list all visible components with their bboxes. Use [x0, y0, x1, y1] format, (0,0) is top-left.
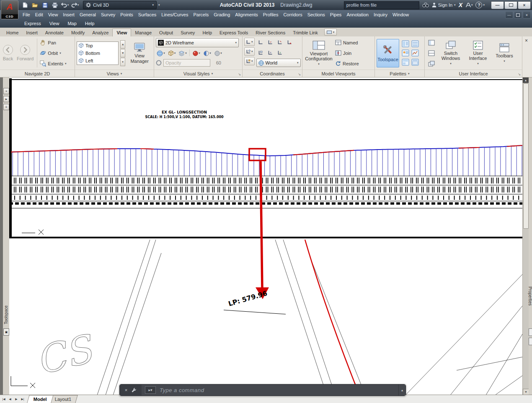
scroll-down-button[interactable]: ▼ — [523, 389, 529, 395]
menu-item[interactable]: Corridors — [281, 12, 305, 17]
restore-viewports-button[interactable]: Restore — [335, 59, 359, 68]
drawing-canvas[interactable]: EX GL- LONGSECTIONSCALE: H 1:500,V 1:100… — [9, 77, 523, 395]
menu-item[interactable]: Inquiry — [371, 12, 390, 17]
ucs-rotate-button[interactable] — [276, 38, 284, 47]
visual-style-dropdown[interactable]: 2D Wireframe ▾ — [156, 38, 239, 47]
menu-item[interactable]: View — [45, 21, 64, 26]
menu-item[interactable]: Map — [63, 21, 80, 26]
layers-style-button[interactable]: ▾ — [178, 49, 188, 58]
ucs-world-combo-button[interactable]: ▾ — [244, 47, 255, 56]
binoculars-icon[interactable] — [422, 3, 429, 8]
toolspace-anchor-icon[interactable]: ▣ — [3, 328, 9, 336]
forward-button[interactable]: Forward — [16, 44, 34, 62]
menu-item[interactable]: Profiles — [261, 12, 281, 17]
menu-item[interactable]: Points — [118, 12, 136, 17]
command-input[interactable]: ▸▾ Type a command — [142, 385, 398, 395]
menu-item[interactable]: Insert — [60, 12, 77, 17]
extents-button[interactable]: Extents▾ — [40, 59, 66, 68]
palette-button[interactable] — [411, 40, 419, 48]
viewport-configuration-button[interactable]: Viewport Configuration ▾ — [304, 40, 333, 66]
dialog-launcher-icon[interactable]: ↘ — [238, 72, 241, 76]
ribbon-tab[interactable]: Output — [155, 29, 177, 36]
menu-item[interactable]: Window — [390, 12, 411, 17]
next-layout-button[interactable]: ▶ — [13, 396, 19, 402]
a360-button[interactable]: ▾ — [465, 3, 473, 8]
command-history-button[interactable]: ▴ — [398, 385, 405, 395]
toolspace-autohide-button[interactable]: ▸ — [3, 96, 9, 102]
pan-button[interactable]: Pan — [40, 38, 66, 47]
doc-close-button[interactable]: × — [523, 11, 531, 18]
pal ette-button[interactable] — [401, 49, 410, 57]
search-input[interactable]: profile from file — [344, 1, 419, 9]
new-file-button[interactable] — [20, 1, 29, 10]
help-button[interactable]: ? ▾ — [475, 2, 485, 8]
palette-button[interactable] — [401, 40, 410, 48]
last-layout-button[interactable]: ▶| — [20, 396, 26, 402]
plot-button[interactable] — [50, 1, 59, 10]
ucs-x-button[interactable]: x — [266, 48, 275, 57]
signin-button[interactable]: Sign In ▾ — [432, 3, 456, 8]
menu-item[interactable]: Express — [20, 21, 45, 26]
vertical-scrollbar[interactable]: ▲ ▼ — [522, 77, 529, 395]
opacity-slider[interactable]: Opacity — [163, 59, 210, 67]
minimize-button[interactable]: — — [491, 1, 504, 9]
ribbon-tab[interactable]: Annotate — [41, 29, 67, 36]
ucs-combo-button[interactable]: ▾ — [244, 38, 255, 46]
doc-restore-button[interactable] — [514, 11, 522, 18]
ribbon-tab[interactable]: Help — [199, 29, 216, 36]
menu-item[interactable]: Lines/Curves — [159, 12, 191, 17]
orbit-button[interactable]: Orbit▾ — [40, 49, 66, 58]
properties-anchor-icon[interactable] — [529, 338, 532, 345]
qat-overflow-button[interactable]: ▾ — [158, 3, 160, 7]
toolspace-tab[interactable]: Toolspace — [4, 305, 8, 324]
ribbon-tab[interactable]: Survey — [177, 29, 199, 36]
menu-item[interactable]: Parcels — [191, 12, 211, 17]
layout-tab[interactable]: Model — [27, 395, 53, 403]
panel-label-views[interactable]: Views▾ — [75, 70, 154, 77]
views-scroll-down-button[interactable]: ▼ — [120, 49, 125, 57]
menu-item[interactable]: Alignments — [232, 12, 260, 17]
ribbon-tab[interactable]: Analyze — [88, 29, 112, 36]
command-line[interactable]: × ▸▾ Type a command ▴ — [119, 384, 406, 396]
menu-item[interactable]: Annotation — [344, 12, 371, 17]
ribbon-options-button[interactable]: ▾ — [324, 28, 337, 36]
menu-item[interactable]: View — [46, 12, 61, 17]
menu-item[interactable]: Sections — [305, 12, 328, 17]
menu-item[interactable]: Help — [81, 21, 99, 26]
toolspace-properties-button[interactable]: ≡ — [3, 104, 9, 110]
ucs-tool-button[interactable] — [256, 38, 265, 47]
ribbon-tab[interactable]: Modify — [67, 29, 88, 36]
undo-button[interactable]: ▾ — [60, 1, 70, 10]
menu-item[interactable]: Grading — [211, 12, 232, 17]
xray-button[interactable]: ▾ — [191, 49, 201, 58]
prev-layout-button[interactable]: ◀ — [7, 396, 13, 402]
exchange-apps-button[interactable]: X — [459, 2, 462, 8]
ribbon-tab[interactable]: View — [112, 28, 131, 36]
ribbon-tab[interactable]: Home — [3, 29, 22, 36]
menu-item[interactable]: Edit — [33, 12, 46, 17]
command-prompt-icon[interactable]: ▸▾ — [145, 386, 156, 394]
ribbon-tab[interactable]: Insert — [22, 29, 41, 36]
save-button[interactable] — [40, 1, 49, 10]
dialog-launcher-icon[interactable]: ↘ — [298, 72, 301, 76]
ribbon-tab[interactable]: Manage — [131, 29, 155, 36]
palette-button[interactable] — [401, 58, 410, 67]
monochrome-button[interactable]: ▾ — [213, 49, 223, 58]
switch-windows-button[interactable]: Switch Windows ▾ — [438, 40, 463, 66]
doc-minimize-button[interactable]: — — [505, 11, 513, 18]
view-manager-button[interactable]: View Manager — [127, 42, 152, 64]
ribbon-tab[interactable]: Trimble Link — [289, 29, 322, 36]
cascade-button[interactable] — [426, 59, 436, 68]
panel-label-palettes[interactable]: Palettes▾ — [375, 70, 424, 77]
first-layout-button[interactable]: |◀ — [1, 396, 7, 402]
command-close-icon[interactable]: × — [125, 388, 127, 393]
panel-label-visual-styles[interactable]: Visual Styles▾↘ — [154, 70, 242, 77]
join-viewports-button[interactable]: Join — [335, 49, 359, 58]
user-interface-button[interactable]: User Interface ▾ — [465, 40, 491, 66]
toolspace-button[interactable]: Toolspace — [377, 39, 399, 67]
ribbon-tab[interactable]: Express Tools — [216, 29, 252, 36]
properties-tab[interactable]: Properties — [528, 287, 532, 306]
scroll-up-button[interactable]: ▲ — [523, 77, 529, 83]
wrench-icon[interactable] — [131, 388, 137, 393]
dialog-launcher-icon[interactable]: ↘ — [518, 72, 521, 76]
